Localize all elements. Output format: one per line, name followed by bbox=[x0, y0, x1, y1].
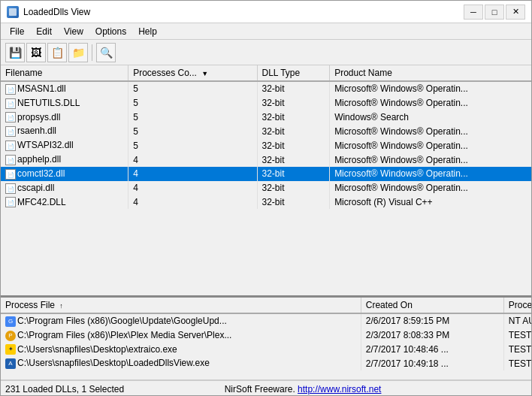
cell-product: Microsoft® Windows® Operatin... bbox=[330, 96, 531, 110]
toolbar-print[interactable]: 🖼 bbox=[26, 43, 46, 62]
cell-created: 2/3/2017 8:08:33 PM bbox=[361, 328, 503, 343]
cell-filename: 📄comctl32.dll bbox=[1, 167, 128, 181]
main-content: Filename Processes Co... ▼ DLL Type Prod… bbox=[1, 65, 531, 380]
app-title: LoadedDlls View bbox=[23, 7, 90, 17]
lower-table-container[interactable]: Process File ↑ Created On Process User E… bbox=[1, 298, 531, 380]
cell-dlltype: 32-bit bbox=[257, 167, 330, 181]
table-row[interactable]: 📄NETUTILS.DLL 5 32-bit Microsoft® Window… bbox=[1, 96, 531, 110]
process-icon-plex: P bbox=[5, 331, 16, 341]
table-row[interactable]: 📄MFC42.DLL 4 32-bit Microsoft (R) Visual… bbox=[1, 195, 531, 210]
cell-processfile: PC:\Program Files (x86)\Plex\Plex Media … bbox=[1, 328, 361, 343]
dll-icon: 📄 bbox=[5, 126, 16, 137]
title-bar: LoadedDlls View ─ □ ✕ bbox=[1, 1, 531, 23]
table-row[interactable]: 📄MSASN1.dll 5 32-bit Microsoft® Windows®… bbox=[1, 81, 531, 96]
menu-edit[interactable]: Edit bbox=[30, 25, 58, 38]
minimize-button[interactable]: ─ bbox=[464, 5, 483, 20]
cell-user: TESTMACHINE6\sna... bbox=[503, 356, 531, 370]
cell-processes: 4 bbox=[128, 181, 257, 195]
title-bar-left: LoadedDlls View bbox=[7, 6, 90, 18]
cell-user: NT AUTHORITY\SYS... bbox=[503, 313, 531, 328]
cell-processfile: GC:\Program Files (x86)\Google\Update\Go… bbox=[1, 313, 361, 328]
lower-table-body: GC:\Program Files (x86)\Google\Update\Go… bbox=[1, 313, 531, 370]
toolbar-search[interactable]: 🔍 bbox=[96, 43, 116, 62]
table-row[interactable]: 📄rsaenh.dll 5 32-bit Microsoft® Windows®… bbox=[1, 124, 531, 138]
process-icon-app: A bbox=[5, 358, 16, 369]
status-text: NirSoft Freeware. bbox=[225, 384, 298, 394]
cell-filename: 📄rsaenh.dll bbox=[1, 124, 128, 138]
toolbar-open[interactable]: 📁 bbox=[68, 43, 88, 62]
cell-product: Microsoft® Windows® Operatin... bbox=[330, 124, 531, 138]
cell-processes: 5 bbox=[128, 81, 257, 96]
cell-dlltype: 32-bit bbox=[257, 96, 330, 110]
cell-product: Microsoft® Windows® Operatin... bbox=[330, 81, 531, 96]
col-created-on[interactable]: Created On bbox=[361, 298, 503, 313]
list-item[interactable]: PC:\Program Files (x86)\Plex\Plex Media … bbox=[1, 328, 531, 343]
col-dlltype[interactable]: DLL Type bbox=[257, 65, 330, 81]
menu-file[interactable]: File bbox=[4, 25, 30, 38]
cell-created: 2/7/2017 10:49:18 ... bbox=[361, 356, 503, 370]
cell-filename: 📄MFC42.DLL bbox=[1, 195, 128, 210]
dll-icon: 📄 bbox=[5, 169, 16, 180]
window-controls: ─ □ ✕ bbox=[464, 5, 525, 20]
cell-product: Microsoft® Windows® Operatin... bbox=[330, 153, 531, 167]
menu-help[interactable]: Help bbox=[132, 25, 163, 38]
dll-icon: 📄 bbox=[5, 112, 16, 122]
dll-icon: 📄 bbox=[5, 183, 16, 194]
menu-options[interactable]: Options bbox=[89, 25, 132, 38]
table-row[interactable]: 📄propsys.dll 5 32-bit Windows® Search Mi… bbox=[1, 110, 531, 125]
cell-filename: 📄apphelp.dll bbox=[1, 153, 128, 167]
cell-dlltype: 32-bit bbox=[257, 124, 330, 138]
upper-table-header: Filename Processes Co... ▼ DLL Type Prod… bbox=[1, 65, 531, 81]
list-item[interactable]: AC:\Users\snapfiles\Desktop\LoadedDllsVi… bbox=[1, 356, 531, 370]
cell-user: TESTMACHINE6\sna... bbox=[503, 343, 531, 357]
list-item[interactable]: ✦C:\Users\snapfiles\Desktop\extraico.exe… bbox=[1, 343, 531, 357]
cell-processes: 4 bbox=[128, 195, 257, 210]
cell-processes: 5 bbox=[128, 138, 257, 153]
col-processes[interactable]: Processes Co... ▼ bbox=[128, 65, 257, 81]
cell-user: TESTMACHINE6\sna... bbox=[503, 328, 531, 343]
cell-processes: 4 bbox=[128, 167, 257, 181]
cell-processes: 4 bbox=[128, 153, 257, 167]
status-center: NirSoft Freeware. http://www.nirsoft.net bbox=[225, 384, 382, 394]
dll-icon: 📄 bbox=[5, 197, 16, 207]
col-product[interactable]: Product Name bbox=[330, 65, 531, 81]
toolbar-copy[interactable]: 📋 bbox=[47, 43, 67, 62]
table-row[interactable]: 📄cscapi.dll 4 32-bit Microsoft® Windows®… bbox=[1, 181, 531, 195]
upper-table-wrapper[interactable]: Filename Processes Co... ▼ DLL Type Prod… bbox=[1, 65, 531, 295]
process-icon-snap: ✦ bbox=[5, 344, 16, 355]
col-filename[interactable]: Filename bbox=[1, 65, 128, 81]
dll-icon: 📄 bbox=[5, 141, 16, 151]
sort-icon-process: ↑ bbox=[59, 302, 63, 310]
table-row[interactable]: 📄apphelp.dll 4 32-bit Microsoft® Windows… bbox=[1, 153, 531, 167]
close-button[interactable]: ✕ bbox=[506, 5, 525, 20]
cell-dlltype: 32-bit bbox=[257, 153, 330, 167]
col-process-user[interactable]: Process User bbox=[503, 298, 531, 313]
upper-table-container[interactable]: Filename Processes Co... ▼ DLL Type Prod… bbox=[1, 65, 531, 298]
app-icon bbox=[7, 6, 19, 18]
svg-rect-0 bbox=[9, 8, 17, 16]
table-row[interactable]: 📄WTSAPI32.dll 5 32-bit Microsoft® Window… bbox=[1, 138, 531, 153]
table-row[interactable]: 📄comctl32.dll 4 32-bit Microsoft® Window… bbox=[1, 167, 531, 181]
toolbar-save[interactable]: 💾 bbox=[5, 43, 25, 62]
cell-created: 2/6/2017 8:59:15 PM bbox=[361, 313, 503, 328]
nirsoft-link[interactable]: http://www.nirsoft.net bbox=[298, 384, 381, 394]
sort-icon: ▼ bbox=[201, 70, 208, 77]
cell-product: Microsoft (R) Visual C++ bbox=[330, 195, 531, 210]
menu-bar: File Edit View Options Help bbox=[1, 23, 531, 40]
upper-table: Filename Processes Co... ▼ DLL Type Prod… bbox=[1, 65, 531, 209]
cell-processfile: ✦C:\Users\snapfiles\Desktop\extraico.exe bbox=[1, 343, 361, 357]
cell-processes: 5 bbox=[128, 110, 257, 125]
cell-product: Microsoft® Windows® Operatin... bbox=[330, 138, 531, 153]
menu-view[interactable]: View bbox=[58, 25, 89, 38]
col-process-file[interactable]: Process File ↑ bbox=[1, 298, 361, 313]
cell-filename: 📄NETUTILS.DLL bbox=[1, 96, 128, 110]
list-item[interactable]: GC:\Program Files (x86)\Google\Update\Go… bbox=[1, 313, 531, 328]
cell-filename: 📄cscapi.dll bbox=[1, 181, 128, 195]
cell-dlltype: 32-bit bbox=[257, 110, 330, 125]
cell-dlltype: 32-bit bbox=[257, 81, 330, 96]
lower-table-header: Process File ↑ Created On Process User E… bbox=[1, 298, 531, 313]
upper-table-body: 📄MSASN1.dll 5 32-bit Microsoft® Windows®… bbox=[1, 81, 531, 209]
maximize-button[interactable]: □ bbox=[485, 5, 504, 20]
cell-created: 2/7/2017 10:48:46 ... bbox=[361, 343, 503, 357]
cell-filename: 📄MSASN1.dll bbox=[1, 81, 128, 96]
